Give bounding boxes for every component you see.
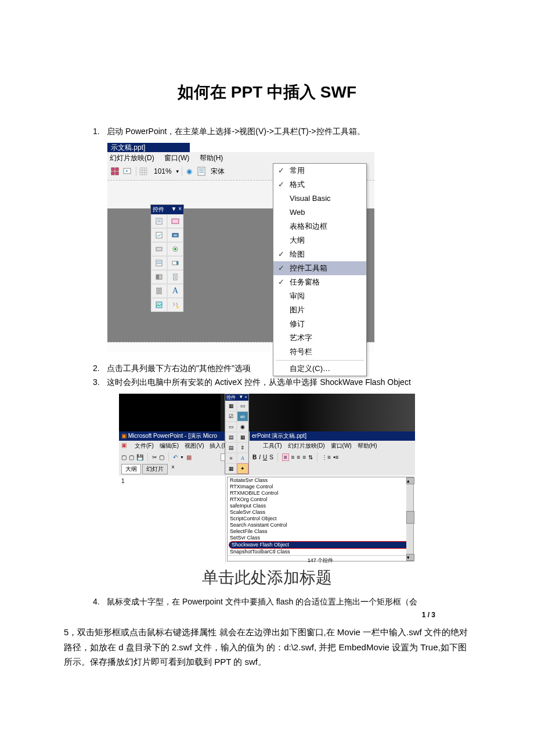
toolbox-titlebar-2[interactable]: 控件 ▼ ×	[225, 394, 248, 401]
bullets-icon[interactable]: •≡	[333, 454, 338, 460]
grid-icon[interactable]	[138, 166, 149, 177]
label-icon[interactable]: A	[167, 284, 183, 298]
list-item[interactable]: RotateSvr Class	[228, 477, 413, 484]
menu-item-drawing[interactable]: 绘图	[273, 247, 366, 261]
menu-window[interactable]: 窗口(W)	[164, 154, 189, 162]
tab-outline[interactable]: 大纲	[121, 464, 141, 474]
align-justify-icon[interactable]: ≡	[302, 454, 306, 460]
menu-window[interactable]: 窗口(W)	[331, 442, 352, 450]
spin-icon[interactable]: ⇕	[237, 442, 248, 453]
menu-item-picture[interactable]: 图片	[273, 303, 366, 317]
menu-help[interactable]: 帮助(H)	[200, 154, 223, 162]
list-item[interactable]: RTXImage Control	[228, 484, 413, 490]
cut-icon[interactable]: ✂	[152, 454, 157, 460]
toolbox-close-icon[interactable]: ▼ ×	[239, 394, 247, 401]
menu-tools[interactable]: 工具(T)	[263, 442, 282, 450]
menu-item-format[interactable]: 格式	[273, 178, 366, 192]
menu-item-common[interactable]: 常用	[273, 164, 366, 178]
list-item[interactable]: SnapshotToolbarCtl Class	[228, 549, 413, 555]
list-item[interactable]: RTXOrg Control	[228, 496, 413, 503]
activex-listbox[interactable]: RotateSvr Class RTXImage Control RTXMOBI…	[227, 477, 414, 561]
menu-item-wordart[interactable]: 艺术字	[273, 331, 366, 345]
menu-item-web[interactable]: Web	[273, 206, 366, 219]
list-item[interactable]: Search Assistant Control	[228, 522, 413, 528]
more-controls-icon[interactable]: ✦	[237, 463, 248, 474]
view-code-icon[interactable]	[167, 214, 183, 228]
list-scrollbar[interactable]: ▴ ▾	[406, 477, 413, 561]
textbox-icon[interactable]: ab	[237, 411, 248, 422]
menu-slideshow[interactable]: 幻灯片放映(D)	[110, 154, 154, 162]
scrollbar-thumb[interactable]	[406, 511, 414, 524]
scrollbar-down-icon[interactable]: ▾	[406, 554, 414, 561]
undo-icon[interactable]: ↶	[173, 454, 178, 460]
toggle-button-icon[interactable]	[151, 270, 167, 284]
menu-item-symbol[interactable]: 符号栏	[273, 345, 366, 359]
zoom-value[interactable]: 101%	[154, 167, 172, 175]
list-item[interactable]: SetSvr Class	[228, 535, 413, 541]
shadow-icon[interactable]: S	[269, 454, 273, 460]
menu-edit[interactable]: 编辑(E)	[160, 442, 179, 450]
numbering-icon[interactable]: ⋮≡	[322, 454, 331, 460]
listbox-icon[interactable]: ▤	[225, 432, 237, 442]
menu-item-revision[interactable]: 修订	[273, 317, 366, 331]
font-name[interactable]: 宋体	[211, 167, 225, 177]
align-left-icon[interactable]: ≡	[282, 453, 289, 461]
menu-view[interactable]: 视图(V)	[185, 442, 204, 450]
new-icon[interactable]: ▢	[121, 454, 127, 460]
help-icon[interactable]: ◉	[184, 166, 194, 177]
label-icon[interactable]: A	[237, 453, 248, 463]
textbox-icon[interactable]: ab	[167, 228, 183, 242]
open-icon[interactable]: ▢	[129, 454, 134, 460]
italic-icon[interactable]: I	[259, 454, 261, 460]
align-right-icon[interactable]: ≡	[297, 454, 301, 460]
menu-item-controls[interactable]: 控件工具箱	[273, 261, 366, 275]
image-icon[interactable]	[151, 298, 167, 312]
copy-icon[interactable]: ▢	[159, 454, 164, 460]
image-icon[interactable]: ▦	[225, 463, 237, 474]
underline-icon[interactable]: U	[263, 454, 267, 460]
tab-slides[interactable]: 幻灯片	[142, 464, 168, 474]
zoom-dropdown-icon[interactable]: ▼	[175, 169, 180, 174]
list-item[interactable]: ScaleSvr Class	[228, 509, 413, 516]
undo-dropdown-icon[interactable]: ▼	[180, 455, 184, 459]
list-item[interactable]: RTXMOBILE Control	[228, 490, 413, 496]
listbox-icon[interactable]	[151, 256, 167, 270]
scrollbar-icon[interactable]: ≡	[225, 453, 237, 463]
more-controls-icon[interactable]	[167, 298, 183, 312]
option-icon[interactable]: ◉	[237, 422, 248, 432]
menu-file[interactable]: 文件(F)	[135, 442, 154, 450]
bold-icon[interactable]: B	[252, 454, 257, 460]
chart-icon[interactable]: ▦	[186, 454, 192, 460]
list-item-shockwave[interactable]: Shockwave Flash Object	[229, 541, 412, 549]
view-code-icon[interactable]: ▭	[237, 401, 248, 411]
slide-sorter-icon[interactable]	[110, 166, 120, 177]
slideshow-icon[interactable]	[122, 166, 132, 177]
menu-item-custom[interactable]: 自定义(C)…	[273, 362, 366, 376]
toolbox-dropdown-icon[interactable]: ▼ ×	[171, 206, 182, 214]
scrollbar-icon[interactable]	[151, 284, 167, 298]
properties-icon[interactable]	[151, 214, 167, 228]
scrollbar-up-icon[interactable]: ▴	[406, 477, 414, 484]
menu-slideshow[interactable]: 幻灯片放映(D)	[288, 442, 325, 450]
read-icon[interactable]	[196, 166, 207, 177]
combobox-icon[interactable]: ▦	[237, 432, 248, 442]
line-spacing-icon[interactable]: ⇅	[308, 454, 313, 460]
list-item[interactable]: safeInput Class	[228, 503, 413, 509]
menu-item-outline[interactable]: 大纲	[273, 233, 366, 247]
checkbox-icon[interactable]	[151, 228, 167, 242]
toggle-icon[interactable]: ▤	[225, 442, 237, 453]
command-button-icon[interactable]	[151, 242, 167, 256]
menu-help[interactable]: 帮助(H)	[358, 442, 377, 450]
align-center-icon[interactable]: ≡	[291, 454, 295, 460]
list-item[interactable]: SelectFile Class	[228, 528, 413, 535]
save-icon[interactable]: 💾	[136, 454, 143, 460]
toolbox-titlebar[interactable]: 控件 ▼ ×	[151, 205, 183, 214]
combobox-icon[interactable]	[167, 256, 183, 270]
properties-icon[interactable]: ▦	[225, 401, 237, 411]
menu-item-vb[interactable]: Visual Basic	[273, 192, 366, 206]
spin-button-icon[interactable]	[167, 270, 183, 284]
option-button-icon[interactable]	[167, 242, 183, 256]
close-tabs-icon[interactable]: ×	[171, 464, 175, 474]
menu-item-tables[interactable]: 表格和边框	[273, 219, 366, 233]
list-item[interactable]: ScriptControl Object	[228, 516, 413, 522]
